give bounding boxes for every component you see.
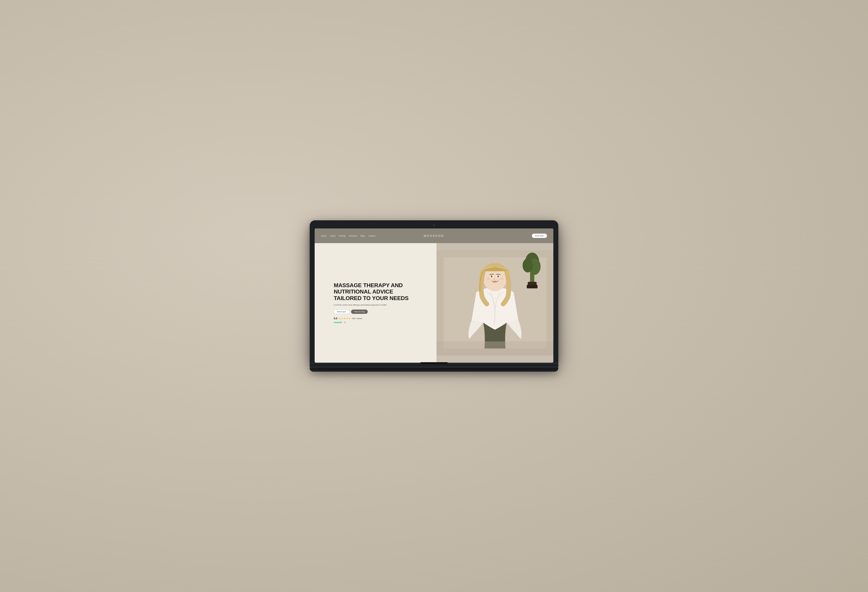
nav-home[interactable]: Home (321, 235, 326, 237)
svg-point-5 (523, 259, 533, 272)
laptop-bottom (310, 368, 558, 372)
review-count: 168+ reviews (352, 318, 362, 320)
rating-number: 5.0 (334, 317, 337, 320)
star-rating: ★ ★ ★ ★ ★ (339, 317, 351, 320)
website: Home About Pricing Services Blog Contact… (314, 228, 554, 363)
laptop-camera (433, 224, 435, 226)
google-logo: G (344, 321, 345, 324)
laptop-container: Home About Pricing Services Blog Contact… (310, 220, 558, 372)
svg-point-15 (491, 276, 492, 277)
site-logo: MASSAGE (424, 234, 444, 237)
hero-left-panel: MASSAGE THERAPY AND NUTRITIONAL ADVICE T… (314, 243, 437, 363)
svg-point-17 (486, 277, 491, 280)
nav-services[interactable]: Services (349, 235, 357, 237)
review-platforms-logos: treatwell G (334, 321, 422, 324)
laptop-base (310, 363, 558, 368)
hero-image (437, 243, 554, 363)
hero-subtitle: A Central London clinic offering a perso… (334, 304, 388, 306)
nav-contact[interactable]: Contact (368, 235, 376, 237)
hero-section: MASSAGE THERAPY AND NUTRITIONAL ADVICE T… (314, 243, 554, 363)
hero-title: MASSAGE THERAPY AND NUTRITIONAL ADVICE T… (334, 282, 422, 302)
hero-image-panel (437, 243, 554, 363)
star-2: ★ (341, 317, 343, 320)
laptop-body: Home About Pricing Services Blog Contact… (310, 220, 558, 363)
book-spot-button[interactable]: Book A Spot (334, 309, 349, 314)
navigation: Home About Pricing Services Blog Contact… (314, 228, 554, 243)
nav-about[interactable]: About (330, 235, 335, 237)
star-3: ★ (344, 317, 345, 320)
star-5: ★ (348, 317, 351, 320)
nav-pricing[interactable]: Pricing (339, 235, 345, 237)
nav-links: Home About Pricing Services Blog Contact (321, 235, 375, 237)
treatwell-logo: treatwell (334, 321, 342, 324)
svg-point-18 (499, 277, 504, 280)
svg-rect-20 (437, 342, 554, 355)
laptop-screen: Home About Pricing Services Blog Contact… (314, 228, 554, 363)
svg-point-19 (483, 280, 484, 281)
read-blog-button[interactable]: Read Our Blog (351, 309, 368, 314)
star-4: ★ (346, 317, 348, 320)
svg-rect-8 (527, 285, 537, 289)
reviews-row: 5.0 ★ ★ ★ ★ ★ 168+ reviews (334, 317, 422, 320)
laptop-hinge (421, 362, 447, 364)
star-1: ★ (339, 317, 341, 320)
nav-book-button[interactable]: Book Now! (532, 234, 547, 238)
hero-buttons: Book A Spot Read Our Blog (334, 309, 422, 314)
svg-point-16 (497, 276, 498, 277)
nav-blog[interactable]: Blog (360, 235, 365, 237)
